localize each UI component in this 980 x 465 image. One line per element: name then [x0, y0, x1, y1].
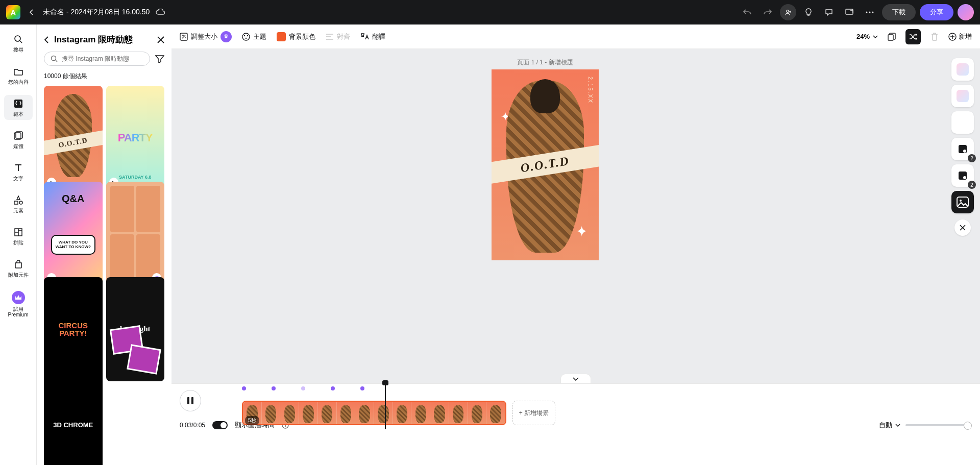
media-icon [13, 130, 24, 141]
image-icon [957, 197, 969, 208]
close-strip-icon[interactable] [954, 219, 971, 236]
playhead[interactable] [385, 383, 386, 429]
add-page-button[interactable]: 新增 [948, 32, 972, 41]
action-toolbar: 調整大小 ♛ 主題 背景顏色 對齊 翻譯 24% [172, 25, 980, 49]
rail-text[interactable]: 文字 [4, 159, 33, 184]
chevron-down-icon [895, 424, 900, 427]
timeline: 5秒 + 新增場景 0:03/0:05 顯示圖層時間 自動 [172, 383, 980, 465]
rail-search[interactable]: 搜尋 [4, 31, 33, 56]
resize-action[interactable]: 調整大小 ♛ [180, 31, 232, 42]
layer-time-toggle[interactable] [212, 421, 228, 429]
rail-addons[interactable]: 附加元件 [4, 256, 33, 281]
duplicate-icon[interactable] [884, 29, 899, 44]
canvas-area: 調整大小 ♛ 主題 背景顏色 對齊 翻譯 24% [172, 25, 980, 465]
svg-point-4 [872, 12, 874, 13]
svg-point-23 [960, 200, 962, 202]
svg-rect-1 [846, 9, 853, 14]
ai-tool-1[interactable] [951, 58, 974, 81]
ai-tool-2[interactable] [951, 85, 974, 107]
addons-icon [13, 259, 24, 270]
template-item[interactable]: PARTY SATURDAY 6.8 ▸ [106, 86, 165, 190]
template-item[interactable]: ♛ [106, 182, 165, 286]
folder-icon [13, 66, 24, 77]
rail-collage[interactable]: 拼貼 [4, 224, 33, 249]
theme-action[interactable]: 主題 [242, 32, 266, 41]
user-avatar[interactable] [958, 4, 974, 20]
artboard[interactable]: 2.15.XX ✦ ✦ O.O.T.D [492, 69, 599, 260]
layer-tool-2[interactable]: 2 [951, 164, 974, 187]
crown-icon [12, 291, 25, 304]
timeline-zoom-slider[interactable] [905, 424, 972, 426]
align-action: 對齊 [326, 32, 350, 41]
layer-tool-1[interactable]: 2 [951, 138, 974, 160]
templates-panel: Instagram 限時動態 10000 餘個結果 O.O.T.D ▸ PART… [37, 25, 172, 465]
rail-templates[interactable]: 範本 [4, 95, 33, 120]
app-header: A 未命名 - 2024年2月08日 16.00.50 下載 分享 [0, 0, 980, 25]
chevron-down-icon [873, 35, 878, 38]
svg-point-10 [52, 56, 56, 61]
search-icon [13, 34, 24, 45]
template-item[interactable]: O.O.T.D ▸ [44, 86, 103, 190]
translate-icon [360, 33, 369, 40]
pause-icon [187, 397, 193, 404]
bgcolor-action[interactable]: 背景顏色 [277, 32, 315, 41]
clip-duration: 5秒 [245, 416, 259, 425]
document-title[interactable]: 未命名 - 2024年2月08日 16.00.50 [43, 8, 150, 17]
right-tool-strip: 2 2 [951, 58, 974, 236]
image-tool[interactable] [951, 191, 974, 213]
pause-button[interactable] [180, 390, 201, 411]
invite-user-icon[interactable] [780, 4, 796, 20]
templates-grid: O.O.T.D ▸ PARTY SATURDAY 6.8 ▸ Q&A WHAT … [37, 86, 172, 465]
comment-icon[interactable] [821, 4, 837, 20]
translate-action[interactable]: 翻譯 [360, 32, 385, 41]
left-rail: 搜尋 您的內容 範本 媒體 文字 元素 拼貼 附加元件 [0, 25, 37, 465]
rail-premium[interactable]: 試用 Premium [4, 288, 33, 321]
svg-rect-6 [14, 100, 22, 108]
svg-rect-24 [187, 397, 189, 404]
zoom-selector[interactable]: 24% [856, 33, 878, 40]
canvas-viewport[interactable]: 頁面 1 / 1 - 新增標題 2.15.XX ✦ ✦ O.O.T.D 2 [172, 49, 980, 383]
add-scene-button[interactable]: + 新增場景 [512, 401, 555, 425]
layer-icon [958, 170, 968, 181]
svg-point-0 [786, 10, 789, 12]
panel-close-icon[interactable] [157, 36, 164, 43]
auto-selector[interactable]: 自動 [879, 421, 900, 430]
badge-count: 2 [968, 154, 976, 162]
download-button[interactable]: 下載 [882, 4, 916, 20]
template-item[interactable]: last night [106, 277, 165, 381]
more-icon[interactable] [862, 4, 878, 20]
templates-icon [13, 98, 24, 109]
filter-icon[interactable] [155, 55, 164, 63]
template-item[interactable]: Q&A WHAT DO YOU WANT TO KNOW? ▸ [44, 182, 103, 286]
share-button[interactable]: 分享 [920, 4, 953, 20]
present-icon[interactable] [841, 4, 857, 20]
search-icon [51, 55, 58, 62]
time-display: 0:03/0:05 [180, 422, 205, 429]
redo-icon[interactable] [760, 4, 776, 20]
template-search-input[interactable] [44, 52, 150, 66]
collapse-timeline-button[interactable] [560, 374, 591, 383]
svg-point-19 [963, 150, 966, 153]
text-icon [13, 162, 24, 174]
back-button[interactable] [29, 9, 35, 15]
rail-media[interactable]: 媒體 [4, 127, 33, 152]
shuffle-icon[interactable] [905, 29, 921, 44]
svg-rect-25 [191, 397, 193, 404]
template-item[interactable]: CIRCUS PARTY! [44, 277, 103, 381]
lightbulb-icon[interactable] [800, 4, 817, 20]
cloud-sync-icon[interactable] [156, 9, 165, 16]
template-item[interactable]: 3D CHROME [44, 373, 103, 466]
undo-icon[interactable] [739, 4, 755, 20]
svg-point-14 [247, 35, 248, 36]
rail-elements[interactable]: 元素 [4, 191, 33, 216]
panel-title: Instagram 限時動態 [54, 34, 152, 45]
page-indicator[interactable]: 頁面 1 / 1 - 新增標題 [517, 58, 573, 67]
rail-your-content[interactable]: 您的內容 [4, 63, 33, 88]
timeline-clip[interactable] [242, 401, 506, 425]
theme-icon [242, 33, 250, 41]
delete-icon [927, 29, 942, 44]
resize-icon [180, 33, 188, 41]
app-logo[interactable]: A [6, 5, 20, 19]
blank-tool[interactable] [951, 111, 974, 134]
panel-back-icon[interactable] [44, 36, 49, 43]
